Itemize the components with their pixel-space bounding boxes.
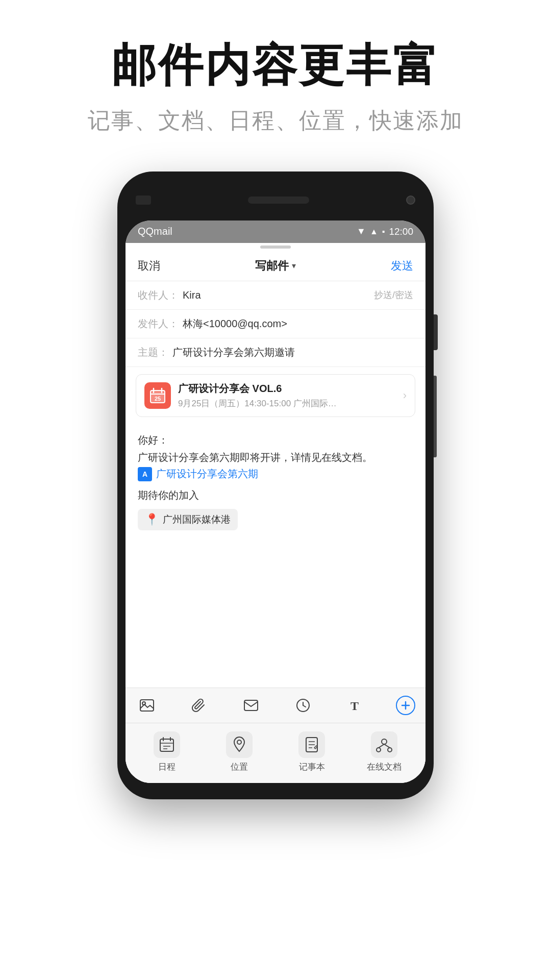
from-label: 发件人： (138, 317, 179, 331)
svg-line-30 (384, 744, 390, 748)
notes-icon (298, 731, 325, 758)
phone-mockup: QQmail ▼ ▲ ▪ 12:00 取消 写邮件 (0, 172, 551, 799)
svg-point-21 (237, 740, 241, 744)
tab-schedule[interactable]: 日程 (131, 731, 203, 773)
event-detail: 9月25日（周五）14:30-15:00 广州国际… (178, 398, 396, 409)
drag-indicator (126, 243, 425, 251)
send-button[interactable]: 发送 (391, 258, 413, 274)
tab-notes[interactable]: 记事本 (276, 731, 348, 773)
clock-icon[interactable] (292, 694, 314, 717)
body-closing: 期待你的加入 (138, 486, 413, 504)
svg-text:25: 25 (155, 396, 161, 402)
body-greeting: 你好： (138, 431, 413, 449)
event-info: 广研设计分享会 VOL.6 9月25日（周五）14:30-15:00 广州国际… (178, 382, 396, 409)
bottom-tab-bar: 日程 位置 (126, 723, 425, 783)
compose-title-wrapper: 写邮件 ▾ (255, 258, 296, 274)
to-value[interactable]: Kira (183, 289, 370, 301)
svg-point-28 (388, 748, 392, 752)
compose-toolbar: T (126, 688, 425, 723)
from-field: 发件人： 林海<10000@qq.com> (126, 310, 425, 338)
dropdown-icon[interactable]: ▾ (292, 261, 296, 271)
compose-title: 写邮件 (255, 258, 289, 274)
subject-label: 主题： (138, 346, 168, 359)
online-doc-label: 在线文档 (367, 761, 402, 773)
cancel-button[interactable]: 取消 (138, 258, 160, 274)
phone-top-bar (126, 180, 425, 220)
page-subtitle: 记事、文档、日程、位置，快速添加 (0, 106, 551, 136)
image-icon[interactable] (136, 694, 158, 717)
svg-point-27 (377, 748, 381, 752)
event-arrow-icon: › (403, 389, 407, 402)
signal-icon: ▲ (370, 227, 378, 236)
page-header: 邮件内容更丰富 记事、文档、日程、位置，快速添加 (0, 0, 551, 156)
status-icons: ▼ ▲ ▪ 12:00 (357, 226, 413, 237)
phone-side-scroll (434, 376, 437, 457)
plus-icon[interactable] (396, 696, 415, 715)
doc-link-text[interactable]: 广研设计分享会第六期 (156, 467, 258, 481)
subject-value[interactable]: 广研设计分享会第六期邀请 (172, 346, 413, 359)
body-text-content: 广研设计分享会第六期即将开讲，详情见在线文档。 (138, 452, 372, 463)
event-title: 广研设计分享会 VOL.6 (178, 382, 396, 396)
location-pin-icon: 📍 (145, 513, 159, 526)
phone-body: QQmail ▼ ▲ ▪ 12:00 取消 写邮件 (117, 172, 434, 799)
email-compose-area: 取消 写邮件 ▾ 发送 收件人： Kira 抄送/密送 发件人： 林海<10 (126, 243, 425, 783)
event-calendar-icon: 25 (144, 382, 171, 409)
from-value: 林海<10000@qq.com> (183, 317, 413, 331)
event-card[interactable]: 25 广研设计分享会 VOL.6 9月25日（周五）14:30-15:00 广州… (136, 374, 415, 417)
body-main-text: 广研设计分享会第六期即将开讲，详情见在线文档。 (138, 449, 413, 466)
compose-header: 取消 写邮件 ▾ 发送 (126, 251, 425, 281)
notes-label: 记事本 (299, 761, 325, 773)
status-bar: QQmail ▼ ▲ ▪ 12:00 (126, 220, 425, 243)
schedule-label: 日程 (158, 761, 176, 773)
svg-rect-8 (244, 700, 258, 710)
tab-online-doc[interactable]: 在线文档 (348, 731, 420, 773)
status-time: 12:00 (389, 226, 413, 237)
to-label: 收件人： (138, 288, 179, 302)
phone-camera (406, 195, 415, 205)
attach-icon[interactable] (188, 694, 210, 717)
phone-sensor (136, 195, 151, 205)
email-icon[interactable] (240, 694, 262, 717)
online-doc-icon (371, 731, 397, 758)
phone-side-button (434, 314, 438, 350)
location-text: 广州国际媒体港 (163, 513, 231, 526)
location-tag[interactable]: 📍 广州国际媒体港 (138, 509, 238, 530)
status-app-name: QQmail (138, 226, 172, 237)
cc-button[interactable]: 抄送/密送 (374, 289, 413, 301)
battery-icon: ▪ (382, 227, 385, 236)
svg-text:T: T (350, 699, 359, 712)
svg-line-29 (379, 744, 384, 748)
subject-field: 主题： 广研设计分享会第六期邀请 (126, 338, 425, 367)
drag-bar (260, 246, 291, 249)
doc-icon: A (138, 467, 152, 481)
to-field: 收件人： Kira 抄送/密送 (126, 281, 425, 310)
tab-location[interactable]: 位置 (203, 731, 276, 773)
page-title: 邮件内容更丰富 (0, 41, 551, 90)
svg-rect-15 (160, 739, 173, 751)
phone-screen: QQmail ▼ ▲ ▪ 12:00 取消 写邮件 (126, 220, 425, 783)
doc-link-wrapper[interactable]: A 广研设计分享会第六期 (138, 467, 258, 481)
location-label: 位置 (231, 761, 248, 773)
schedule-icon (154, 731, 180, 758)
wifi-icon: ▼ (357, 226, 366, 237)
svg-point-26 (382, 739, 387, 744)
phone-speaker (248, 197, 309, 204)
text-format-icon[interactable]: T (344, 694, 366, 717)
location-icon (226, 731, 253, 758)
email-body[interactable]: 你好： 广研设计分享会第六期即将开讲，详情见在线文档。 A 广研设计分享会第六期… (126, 424, 425, 688)
svg-rect-6 (140, 700, 154, 711)
svg-line-11 (303, 705, 306, 707)
